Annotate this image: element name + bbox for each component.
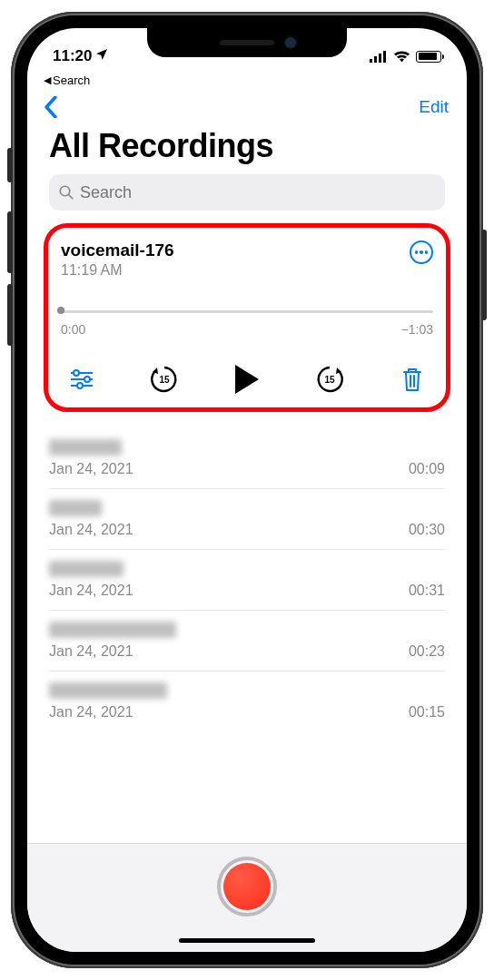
playback-scrubber[interactable] [61, 304, 433, 317]
recording-item-duration: 00:31 [409, 583, 445, 599]
svg-text:15: 15 [324, 375, 335, 385]
elapsed-time: 0:00 [61, 322, 85, 337]
sliders-icon [70, 369, 94, 389]
recording-list-item[interactable]: Jan 24, 2021 00:23 [49, 611, 445, 671]
remaining-time: −1:03 [401, 322, 433, 337]
play-icon [235, 365, 259, 394]
recording-item-date: Jan 24, 2021 [49, 704, 133, 720]
search-icon [58, 184, 74, 201]
more-options-button[interactable] [410, 240, 433, 264]
svg-line-5 [69, 195, 73, 199]
svg-point-7 [74, 370, 79, 376]
svg-rect-0 [370, 59, 372, 63]
chevron-left-icon [44, 96, 58, 118]
recording-item-title-redacted [49, 439, 122, 456]
breadcrumb-back[interactable]: ◀ Search [27, 72, 467, 87]
recording-list-item[interactable]: Jan 24, 2021 00:30 [49, 489, 445, 550]
recording-item-duration: 00:23 [409, 643, 445, 660]
more-icon [415, 250, 419, 254]
search-field[interactable] [49, 174, 445, 211]
scrubber-thumb[interactable] [57, 307, 64, 314]
trash-icon [401, 367, 423, 392]
skip-forward-15-button[interactable]: 15 [309, 364, 351, 395]
recording-item-date: Jan 24, 2021 [49, 522, 133, 538]
svg-rect-2 [379, 54, 381, 63]
skip-back-15-button[interactable]: 15 [143, 364, 185, 395]
search-input[interactable] [80, 183, 436, 202]
record-icon [223, 863, 271, 910]
record-button[interactable] [217, 857, 277, 916]
recording-list-item[interactable]: Jan 24, 2021 00:15 [49, 671, 445, 731]
bottom-toolbar [27, 843, 467, 952]
recording-item-date: Jan 24, 2021 [49, 643, 133, 660]
recording-item-title-redacted [49, 561, 124, 577]
svg-point-11 [77, 383, 83, 388]
device-notch [147, 28, 347, 57]
recording-list-item[interactable]: Jan 24, 2021 00:09 [49, 428, 445, 489]
battery-icon [416, 51, 441, 63]
breadcrumb-back-icon: ◀ [44, 74, 51, 86]
status-time: 11:20 [53, 47, 92, 65]
recording-timestamp: 11:19 AM [61, 262, 174, 279]
home-indicator[interactable] [179, 938, 315, 943]
skip-back-15-icon: 15 [149, 364, 180, 395]
delete-button[interactable] [391, 367, 433, 392]
recording-title: voicemail-176 [61, 240, 174, 260]
location-arrow-icon [94, 47, 109, 66]
recordings-list: Jan 24, 2021 00:09 Jan 24, 2021 00:30 Ja… [27, 417, 467, 843]
skip-forward-15-icon: 15 [314, 364, 345, 395]
recording-item-duration: 00:15 [409, 704, 445, 720]
svg-rect-1 [374, 56, 377, 63]
recording-list-item[interactable]: Jan 24, 2021 00:31 [49, 550, 445, 611]
playback-options-button[interactable] [61, 369, 103, 389]
back-button[interactable] [36, 96, 65, 118]
recording-item-date: Jan 24, 2021 [49, 583, 133, 599]
recording-item-date: Jan 24, 2021 [49, 461, 133, 477]
recording-item-duration: 00:09 [409, 461, 445, 477]
recording-item-title-redacted [49, 682, 167, 699]
breadcrumb-label: Search [53, 74, 90, 87]
svg-point-9 [84, 377, 90, 382]
play-button[interactable] [226, 365, 268, 394]
svg-text:15: 15 [159, 375, 170, 385]
recording-item-title-redacted [49, 500, 102, 516]
recording-item-title-redacted [49, 622, 176, 638]
cellular-signal-icon [370, 51, 388, 63]
page-title: All Recordings [27, 127, 467, 174]
recording-item-duration: 00:30 [409, 522, 445, 538]
selected-recording-card[interactable]: voicemail-176 11:19 AM 0:00 −1:03 [44, 223, 450, 412]
wifi-icon [393, 50, 410, 63]
scrubber-track [61, 310, 433, 313]
edit-button[interactable]: Edit [419, 97, 449, 117]
svg-rect-3 [383, 51, 386, 63]
